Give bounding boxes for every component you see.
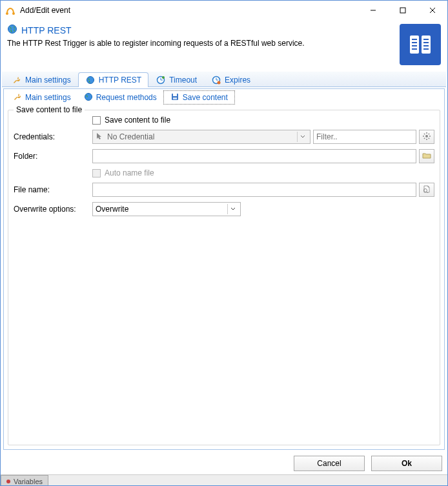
globe-icon	[84, 92, 93, 103]
folder-input[interactable]	[92, 149, 416, 163]
cancel-button-label: Cancel	[317, 459, 341, 468]
wrench-icon	[13, 92, 22, 103]
tab-main-settings[interactable]: Main settings	[5, 72, 78, 87]
overwrite-combo[interactable]: Overwrite	[92, 202, 241, 216]
variables-label: Variables	[14, 478, 43, 485]
save-content-fieldset: Save content to file Save content to fil…	[8, 110, 440, 445]
svg-rect-3	[400, 8, 405, 13]
svg-line-35	[424, 134, 425, 134]
titlebar: Add/Edit event	[1, 1, 447, 20]
subtab-label: Request methods	[96, 93, 157, 102]
tab-label: Expires	[225, 76, 250, 85]
footer: Cancel Ok	[1, 452, 447, 474]
tab-label: Main settings	[25, 76, 71, 85]
status-dot-icon	[6, 480, 10, 483]
ok-button-label: Ok	[402, 459, 412, 468]
filename-label: File name:	[14, 185, 90, 194]
header: HTTP REST The HTTP Rest Trigger is able …	[1, 20, 447, 72]
subtab-save-content[interactable]: Save content	[163, 90, 235, 105]
header-big-icon	[400, 24, 441, 65]
minimize-button[interactable]	[358, 1, 388, 20]
header-title-row: HTTP REST	[7, 24, 400, 36]
tab-label: HTTP REST	[99, 76, 141, 85]
svg-line-36	[429, 137, 429, 138]
svg-rect-28	[173, 94, 177, 96]
folder-browse-button[interactable]	[419, 149, 434, 163]
svg-rect-8	[422, 35, 431, 54]
close-button[interactable]	[418, 1, 447, 20]
tab-label: Timeout	[169, 76, 197, 85]
folder-label: Folder:	[14, 152, 90, 161]
credentials-settings-button[interactable]	[419, 130, 434, 144]
globe-icon	[7, 24, 17, 36]
ok-button[interactable]: Ok	[371, 456, 442, 471]
svg-point-21	[162, 76, 165, 79]
folder-icon	[422, 151, 431, 162]
credentials-label: Credentials:	[14, 132, 90, 141]
filename-input[interactable]	[92, 183, 416, 197]
autoname-checkbox-row: Auto name file	[92, 168, 434, 177]
subtab-main-settings[interactable]: Main settings	[6, 90, 77, 105]
filename-browse-button[interactable]	[419, 183, 434, 197]
window-title: Add/Edit event	[20, 6, 358, 15]
autoname-checkbox	[92, 169, 101, 177]
subtab-request-methods[interactable]: Request methods	[77, 90, 163, 105]
globe-icon	[85, 75, 96, 85]
inner-panel: Main settings Request methods Save conte…	[3, 88, 445, 450]
autoname-checkbox-label: Auto name file	[105, 168, 154, 177]
svg-rect-29	[173, 97, 177, 99]
cursor-icon	[96, 132, 103, 142]
statusbar: Variables	[1, 474, 447, 486]
tab-expires[interactable]: Expires	[204, 72, 258, 87]
save-content-checkbox[interactable]	[92, 116, 101, 125]
maximize-button[interactable]	[388, 1, 418, 20]
credentials-combo[interactable]: No Credential	[92, 130, 311, 144]
svg-point-0	[6, 12, 8, 15]
fieldset-legend: Save content to file	[14, 105, 85, 114]
chevron-down-icon	[227, 204, 238, 214]
file-icon	[422, 185, 431, 196]
svg-point-26	[85, 93, 92, 100]
credentials-filter-input[interactable]	[313, 130, 416, 144]
header-description: The HTTP Rest Trigger is able to registe…	[7, 39, 400, 48]
save-content-checkbox-row[interactable]: Save content to file	[92, 116, 434, 125]
svg-point-6	[8, 25, 17, 34]
credentials-selected: No Credential	[107, 132, 154, 141]
save-content-checkbox-label: Save content to file	[105, 116, 170, 125]
subtab-label: Save content	[183, 93, 228, 102]
tab-http-rest[interactable]: HTTP REST	[78, 72, 148, 87]
svg-rect-7	[410, 35, 419, 54]
svg-line-38	[429, 134, 429, 134]
cancel-button[interactable]: Cancel	[294, 456, 365, 471]
variables-status-tab[interactable]: Variables	[1, 475, 48, 486]
overwrite-selected: Overwrite	[96, 205, 128, 214]
svg-point-17	[87, 77, 94, 84]
svg-point-1	[12, 12, 15, 15]
clock-icon	[156, 75, 166, 85]
gear-icon	[422, 132, 431, 143]
svg-point-30	[425, 135, 428, 137]
tab-timeout[interactable]: Timeout	[148, 72, 204, 87]
svg-line-37	[424, 137, 425, 138]
save-icon	[170, 92, 179, 103]
app-icon	[5, 5, 16, 16]
clock-warn-icon	[211, 75, 221, 85]
overwrite-label: Overwrite options:	[14, 205, 90, 214]
chevron-down-icon	[297, 132, 307, 142]
wrench-icon	[12, 75, 22, 85]
inner-tabstrip: Main settings Request methods Save conte…	[4, 89, 444, 105]
svg-point-25	[218, 81, 221, 85]
outer-tabstrip: Main settings HTTP REST Timeout Expires	[2, 72, 446, 87]
subtab-label: Main settings	[25, 93, 71, 102]
header-title: HTTP REST	[21, 25, 72, 35]
